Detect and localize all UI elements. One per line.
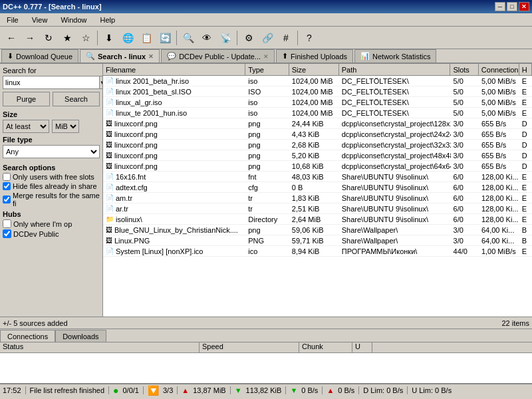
cell-slots: 44/0 [451,246,479,256]
menu-window[interactable]: Window [57,15,90,25]
size-min-select[interactable]: At least At most Exactly [3,120,49,133]
table-row[interactable]: 📄linux_te 2001_hun.iso iso 1024,00 MiB D… [103,108,532,118]
tab-search-linux[interactable]: 🔍 Search - linux ✕ [80,49,160,63]
settings-button[interactable]: ⚙ [240,29,257,47]
table-row[interactable]: 📄16x16.fnt fnt 48,03 KiB Share\UBUNTU 9\… [103,172,532,182]
table-row[interactable]: 🖼linuxconf.png png 5,20 KiB dcpp\iconset… [103,150,532,161]
cell-slots: 5/0 [451,108,479,118]
download-queue-button[interactable]: ⬇ [100,29,118,47]
table-row[interactable]: 📄linux 2001_beta_hr.iso iso 1024,00 MiB … [103,76,532,86]
cell-h: E [519,76,532,86]
search-button[interactable]: 🔍 [180,29,197,47]
merge-results-checkbox[interactable] [3,196,11,203]
search-input[interactable] [3,76,100,89]
close-button[interactable]: ✕ [519,2,529,11]
refresh-button[interactable]: ↻ [40,29,57,47]
cell-path: Share\Wallpaper\ [339,225,451,235]
forward-button[interactable]: → [21,29,39,47]
size-unit-select[interactable]: MiB GiB KiB B [52,120,79,133]
cell-filename: 🖼Linux.PNG [103,235,245,245]
col-header-path[interactable]: Path [339,64,451,75]
conn-col-speed[interactable]: Speed [200,342,299,352]
cell-size: 59,06 KiB [289,225,339,235]
file-type-select[interactable]: Any Audio Video Compressed Document Exec… [3,145,100,158]
col-header-slots[interactable]: Slots [450,64,478,75]
col-header-type[interactable]: Type [245,64,289,75]
table-row[interactable]: 🖼linuxconf.png png 10,68 KiB dcpp\iconse… [103,161,532,172]
table-row[interactable]: 📄adtext.cfg cfg 0 B Share\UBUNTU 9\isoli… [103,182,532,193]
hub-dcdev-row: DCDev Public [3,229,100,238]
cell-type: ISO [245,86,289,96]
d-lim: D Lim: 0 B/s [363,386,408,394]
table-row[interactable]: 📁isolinux\ Directory 2,64 MiB Share\UBUN… [103,214,532,225]
tab-finished-uploads-label: Finished Uploads [291,53,347,61]
follow-queue-button[interactable]: 📋 [138,29,155,47]
cell-h: D [519,129,532,139]
col-header-connection[interactable]: Connection [479,64,519,75]
cell-connection: 1,00 MiB/s [479,246,519,256]
hub-dcdev-checkbox[interactable] [3,229,11,238]
search-execute-button[interactable]: Search [53,92,100,106]
connections-button[interactable]: 🔗 [259,29,276,47]
table-row[interactable]: 🖼Linux.PNG PNG 59,71 KiB Share\Wallpaper… [103,235,532,246]
help-button[interactable]: ? [301,29,318,47]
back-button[interactable]: ← [3,29,20,47]
table-row[interactable]: 🖼Blue_GNU_Linux_by_ChristianNick.... png… [103,225,532,235]
file-icon: 🖼 [106,237,112,244]
tab-connections-label: Connections [7,332,48,340]
adc-spy-button[interactable]: 📡 [217,29,234,47]
file-icon: 📄 [106,247,114,255]
window-title: DC++ 0.777 - [Search - linux] [3,3,102,11]
col-header-h[interactable]: H [519,64,532,75]
tab-search-linux-close[interactable]: ✕ [148,53,154,60]
file-icon: 🖼 [106,162,112,170]
hash-button[interactable]: # [277,29,295,47]
table-row[interactable]: 🖼linuxconf.png png 24,44 KiB dcpp\iconse… [103,118,532,129]
tab-dcdev-close[interactable]: ✕ [263,53,269,60]
conn-col-chunk[interactable]: Chunk [299,342,352,352]
col-header-size[interactable]: Size [289,64,339,75]
menu-file[interactable]: File [3,15,23,25]
file-table-body[interactable]: 📄linux 2001_beta_hr.iso iso 1024,00 MiB … [103,76,532,317]
menu-help[interactable]: Help [96,15,120,25]
cell-path: dcpp\iconset\crystal_project\24x24... [339,129,451,139]
search-buttons: Purge Search [3,92,100,106]
table-row[interactable]: 📄linux_al_gr.iso iso 1024,00 MiB DC_FELT… [103,97,532,108]
spy-button[interactable]: 👁 [198,29,215,47]
tab-downloads[interactable]: Downloads [55,330,106,342]
main-tab-bar: ⬇ Download Queue 🔍 Search - linux ✕ 💬 DC… [0,49,532,64]
maximize-button[interactable]: □ [507,2,517,11]
hide-shared-checkbox[interactable] [3,182,11,190]
cell-connection: 5,00 MiB/s [479,86,519,96]
table-row[interactable]: 📄System [Linux] [nonXP].ico ico 8,94 KiB… [103,246,532,257]
cell-filename: 🖼Blue_GNU_Linux_by_ChristianNick.... [103,225,245,235]
tab-connections[interactable]: Connections [0,330,55,342]
table-row[interactable]: 🖼linuxconf.png png 2,68 KiB dcpp\iconset… [103,140,532,150]
conn-col-u[interactable]: U [352,342,372,352]
minimize-button[interactable]: ─ [495,2,505,11]
table-row[interactable]: 📄linux 2001_beta_sl.ISO ISO 1024,00 MiB … [103,86,532,97]
connect-button[interactable]: 🌐 [119,29,136,47]
table-row[interactable]: 🖼linuxconf.png png 4,43 KiB dcpp\iconset… [103,129,532,140]
favorite-button[interactable]: ★ [59,29,76,47]
conn-col-status[interactable]: Status [0,342,200,352]
toolbar-separator4 [297,31,298,45]
file-icon: 📄 [106,98,114,106]
purge-button[interactable]: Purge [3,92,50,106]
favorite-add-button[interactable]: ☆ [77,29,94,47]
reconnect-button[interactable]: 🔄 [156,29,174,47]
file-icon: 📄 [106,194,114,201]
hub-op-checkbox[interactable] [3,219,11,228]
menu-view[interactable]: View [28,15,52,25]
net-down: 0 B/s [301,386,323,394]
table-row[interactable]: 📄am.tr tr 1,83 KiB Share\UBUNTU 9\isolin… [103,193,532,203]
table-row[interactable]: 📄ar.tr tr 2,51 KiB Share\UBUNTU 9\isolin… [103,203,532,214]
results-bar: +/- 5 sources added 22 items [0,317,532,329]
tab-network-stats[interactable]: 📊 Network Statistics [354,49,436,63]
tab-download-queue[interactable]: ⬇ Download Queue [1,49,78,63]
tab-dcdev[interactable]: 💬 DCDev Public - Update... ✕ [161,49,275,63]
tab-finished-uploads[interactable]: ⬆ Finished Uploads [276,49,353,63]
cell-size: 1024,00 MiB [289,108,339,118]
col-header-filename[interactable]: Filename [103,64,245,75]
free-slots-checkbox[interactable] [3,173,11,181]
